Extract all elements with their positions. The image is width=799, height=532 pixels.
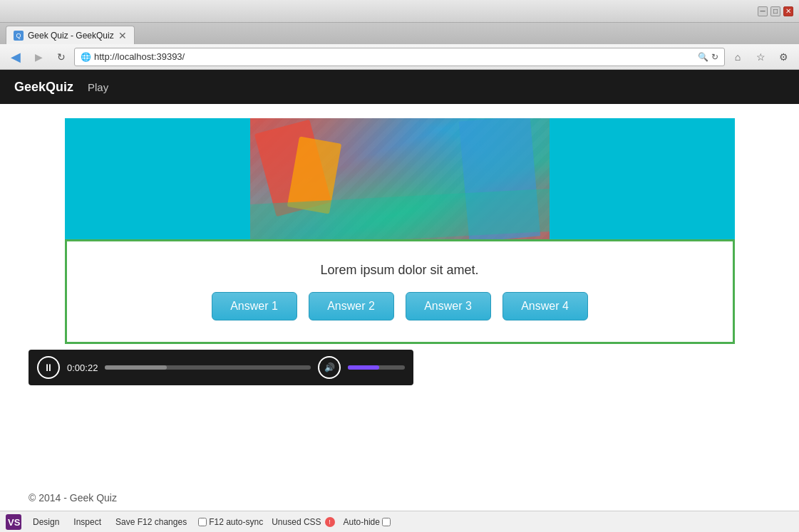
title-bar: ─ □ ✕ [0,0,799,23]
tab-bar: Q Geek Quiz - GeekQuiz ✕ [0,23,799,44]
search-icon: 🔍 [698,52,708,62]
inspect-button[interactable]: Inspect [71,516,104,528]
volume-fill [348,365,379,370]
hero-image [250,118,550,239]
tab-close-button[interactable]: ✕ [118,30,127,41]
dev-toolbar: VS Design Inspect Save F12 changes F12 a… [0,511,799,532]
volume-icon: 🔊 [324,363,335,372]
media-progress-fill [105,365,167,370]
unused-css-icon: ! [325,517,335,527]
favorites-button[interactable]: ☆ [751,47,770,67]
autosync-label[interactable]: F12 auto-sync [198,517,263,527]
forward-button[interactable]: ▶ [29,47,48,67]
pause-icon: ⏸ [43,362,53,373]
address-icon: 🌐 [81,52,91,62]
main-area: Lorem ipsum dolor sit amet. Answer 1 Ans… [0,104,799,485]
media-player: ⏸ 0:00:22 🔊 [29,350,413,385]
volume-bar[interactable] [348,365,405,370]
nav-right-buttons: ⌂ ☆ ⚙ [728,47,793,67]
browser-window: ─ □ ✕ Q Geek Quiz - GeekQuiz ✕ ◀ ▶ ↻ 🌐 h… [0,0,799,532]
nav-link-play[interactable]: Play [88,81,108,93]
quiz-question: Lorem ipsum dolor sit amet. [320,263,478,278]
back-button[interactable]: ◀ [6,47,26,67]
app-brand: GeekQuiz [14,80,73,95]
quiz-box: Lorem ipsum dolor sit amet. Answer 1 Ans… [65,239,735,344]
autohide-label[interactable]: Auto-hide [344,517,391,527]
answer-button-4[interactable]: Answer 4 [502,292,588,320]
svg-text:VS: VS [8,517,21,528]
media-time: 0:00:22 [67,363,98,373]
answer-button-1[interactable]: Answer 1 [212,292,297,320]
unused-css-label[interactable]: Unused CSS ! [272,517,334,527]
minimize-button[interactable]: ─ [758,6,768,16]
vs-logo: VS [6,514,21,530]
restore-button[interactable]: □ [770,6,780,16]
answer-button-2[interactable]: Answer 2 [309,292,394,320]
volume-button[interactable]: 🔊 [318,356,341,379]
settings-button[interactable]: ⚙ [773,47,793,67]
design-button[interactable]: Design [30,516,62,528]
tab-title: Geek Quiz - GeekQuiz [28,31,114,41]
address-refresh-icon[interactable]: ↻ [711,52,718,62]
quiz-answers: Answer 1 Answer 2 Answer 3 Answer 4 [212,292,588,320]
hero-container [65,118,735,239]
autosync-checkbox[interactable] [198,518,207,526]
app-navbar: GeekQuiz Play [0,70,799,104]
answer-button-3[interactable]: Answer 3 [406,292,491,320]
pause-button[interactable]: ⏸ [37,356,60,379]
refresh-button[interactable]: ↻ [51,47,71,67]
copyright-text: © 2014 - Geek Quiz [29,492,117,504]
footer: © 2014 - Geek Quiz [0,485,799,511]
window-controls: ─ □ ✕ [758,6,793,16]
nav-bar: ◀ ▶ ↻ 🌐 http://localhost:39393/ 🔍 ↻ ⌂ ☆ … [0,44,799,70]
home-button[interactable]: ⌂ [728,47,748,67]
page-content: GeekQuiz Play Lorem ipsum d [0,70,799,511]
tab-favicon: Q [14,31,24,41]
active-tab[interactable]: Q Geek Quiz - GeekQuiz ✕ [6,26,135,44]
address-text: http://localhost:39393/ [94,51,695,62]
save-button[interactable]: Save F12 changes [113,516,190,528]
close-button[interactable]: ✕ [783,6,793,16]
address-bar[interactable]: 🌐 http://localhost:39393/ 🔍 ↻ [74,48,725,66]
new-tab-area [135,26,163,44]
media-progress-bar[interactable] [105,365,311,370]
autohide-checkbox[interactable] [382,518,391,526]
